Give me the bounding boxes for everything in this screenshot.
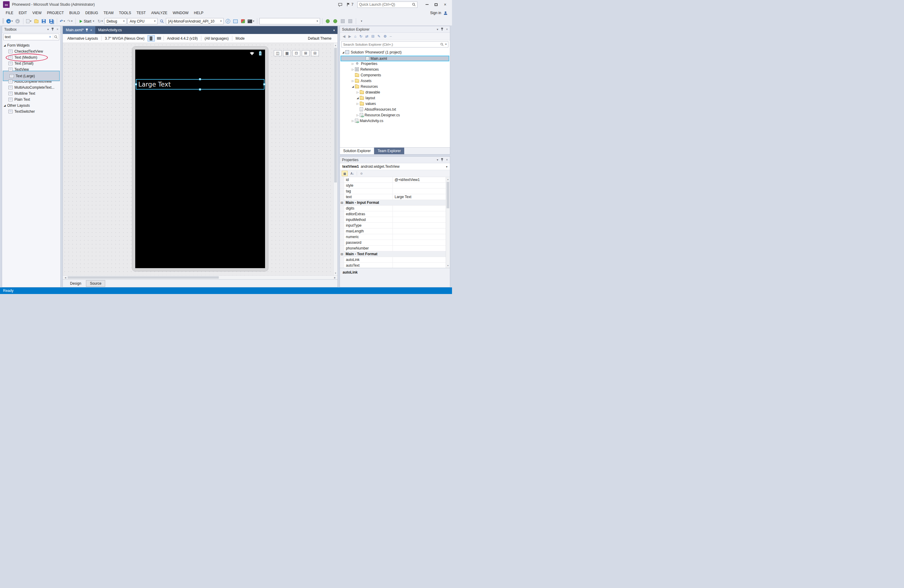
console-button[interactable]: ▾	[247, 18, 255, 25]
expanded-arrow-icon[interactable]: ◢	[351, 85, 355, 88]
toolbar-combobox[interactable]: ▾	[259, 18, 320, 24]
property-row-maxlength[interactable]: maxLength	[340, 228, 450, 234]
property-value[interactable]	[393, 257, 450, 262]
tree-item-solution[interactable]: ◢Solution 'Phoneword' (1 project)	[340, 49, 450, 55]
navigate-back-button[interactable]: ◂▾	[6, 18, 14, 25]
properties-header[interactable]: Properties ▾ ×	[340, 156, 450, 163]
portrait-button[interactable]	[147, 35, 155, 41]
pin-icon[interactable]	[85, 28, 88, 32]
close-icon[interactable]: ×	[90, 28, 92, 32]
tree-item-values[interactable]: ▷values	[340, 101, 450, 106]
tree-item-resource-designer[interactable]: ▷Resource.Designer.cs	[340, 112, 450, 118]
undo-button[interactable]: ↶▾	[59, 18, 66, 25]
quick-launch-input[interactable]	[359, 2, 411, 6]
property-row-numeric[interactable]: numeric	[340, 234, 450, 240]
toolbox-header[interactable]: Toolbox ▾ ×	[2, 26, 60, 33]
theme-select[interactable]: Default Theme	[305, 36, 336, 41]
property-pages-button[interactable]: ⚙	[359, 171, 365, 176]
feedback-icon[interactable]	[338, 2, 343, 7]
property-row-phonenumber[interactable]: phoneNumber	[340, 246, 450, 251]
tree-item-drawable[interactable]: ▷drawable	[340, 89, 450, 95]
navigate-forward-button[interactable]: ▸	[14, 18, 21, 25]
tree-item-aboutresources[interactable]: AboutResources.txt	[340, 106, 450, 112]
alphabetical-button[interactable]: A↓	[349, 171, 355, 176]
tree-item-main-axml[interactable]: Main.axml	[340, 55, 449, 61]
design-surface[interactable]: ◫ ▦ ⊡ ⊞ ⊟ Large Text ▲ ▼	[63, 43, 338, 275]
collapsed-arrow-icon[interactable]: ▷	[351, 62, 355, 65]
property-row-autotext[interactable]: autoText	[340, 263, 450, 268]
properties-button[interactable]: ⚙	[384, 34, 387, 38]
property-row-tag[interactable]: tag	[340, 188, 450, 194]
property-row-text[interactable]: textLarge Text	[340, 194, 450, 200]
tab-mainactivity-cs[interactable]: MainActivity.cs	[95, 26, 125, 34]
resize-handle-left[interactable]	[135, 83, 137, 85]
scrollbar-thumb[interactable]	[334, 48, 337, 182]
property-category-text-format[interactable]: ⊟Main - Text Format	[340, 251, 450, 257]
expanded-arrow-icon[interactable]: ◢	[3, 44, 6, 47]
categorized-button[interactable]: ▦	[342, 171, 348, 176]
sdk-manager-button[interactable]	[240, 18, 246, 25]
property-value[interactable]	[393, 246, 450, 251]
pin-icon[interactable]	[51, 28, 54, 31]
toolbox-item-checkedtextview[interactable]: CheckedTextView	[2, 48, 60, 54]
scroll-up-icon[interactable]: ▲	[333, 43, 338, 47]
collapsed-arrow-icon[interactable]: ▷	[356, 102, 360, 105]
property-row-editorextras[interactable]: editorExtras	[340, 211, 450, 217]
forward-button[interactable]: ▶	[348, 34, 351, 38]
toolbar-extra-button-1[interactable]	[340, 18, 346, 25]
close-icon[interactable]: ×	[57, 28, 58, 31]
scroll-left-icon[interactable]: ◀	[63, 276, 67, 280]
menu-team[interactable]: TEAM	[101, 9, 116, 17]
toolbox-item-text-small[interactable]: Text (Small)	[2, 60, 60, 66]
tab-solution-explorer[interactable]: Solution Explorer	[340, 148, 374, 154]
toolbox-search-input[interactable]	[5, 35, 47, 39]
attach-button[interactable]: ↻▾	[97, 18, 103, 25]
collapse-icon[interactable]: ⊟	[340, 201, 343, 204]
property-value[interactable]	[393, 234, 450, 240]
sign-in-link[interactable]: Sign in	[430, 11, 441, 15]
zoom-out-button[interactable]: ⊟	[311, 50, 319, 56]
textview-large-text[interactable]: Large Text	[138, 81, 171, 88]
find-button[interactable]	[158, 18, 165, 25]
resize-handle-bottom[interactable]	[199, 89, 201, 90]
zoom-in-button[interactable]: ⊞	[302, 50, 310, 56]
refresh-button[interactable]: ↻	[359, 34, 362, 38]
property-row-id[interactable]: id@+id/textView1	[340, 177, 450, 183]
menu-edit[interactable]: EDIT	[16, 9, 30, 17]
scroll-up-icon[interactable]: ▲	[446, 177, 450, 181]
sync-with-active-button[interactable]: ⇄	[365, 34, 368, 38]
expanded-arrow-icon[interactable]: ◢	[3, 104, 6, 107]
toolbox-item-text-medium[interactable]: Text (Medium)	[2, 54, 60, 60]
vertical-scrollbar[interactable]: ▲ ▼	[333, 43, 338, 275]
language-select[interactable]: (All languages)	[202, 36, 231, 41]
toolbox-item-multiautocompletetext[interactable]: MultiAutoCompleteText...	[2, 84, 60, 90]
chevron-down-icon[interactable]: ▾	[437, 158, 438, 161]
menu-tools[interactable]: TOOLS	[116, 9, 134, 17]
redo-button[interactable]: ↷▾	[67, 18, 73, 25]
expanded-arrow-icon[interactable]: ◢	[356, 96, 360, 100]
clear-search-icon[interactable]: ×	[48, 35, 52, 39]
menu-build[interactable]: BUILD	[66, 9, 82, 17]
toolbox-item-textswitcher[interactable]: TextSwitcher	[2, 109, 60, 115]
property-row-autolink[interactable]: autoLink	[340, 257, 450, 263]
menu-test[interactable]: TEST	[134, 9, 149, 17]
property-value[interactable]: Large Text	[393, 194, 450, 199]
menu-analyze[interactable]: ANALYZE	[149, 9, 170, 17]
run-tests-button[interactable]	[325, 18, 331, 25]
scrollbar-thumb[interactable]	[447, 182, 449, 208]
scroll-down-icon[interactable]: ▼	[333, 271, 338, 275]
target-framework-select[interactable]: [A]-MonoForAndroid_API_10▾	[166, 18, 224, 24]
tree-item-assets[interactable]: ▷Assets	[340, 78, 450, 84]
new-file-button[interactable]: ▾	[25, 18, 32, 25]
tab-source[interactable]: Source	[86, 280, 105, 287]
pin-icon[interactable]	[441, 28, 443, 31]
expanded-arrow-icon[interactable]: ◢	[341, 51, 345, 54]
tree-item-resources[interactable]: ◢Resources	[340, 84, 450, 89]
scroll-down-icon[interactable]: ▼	[446, 264, 450, 267]
property-row-password[interactable]: password	[340, 240, 450, 246]
back-button[interactable]: ◀	[343, 34, 345, 38]
scrollbar-thumb[interactable]	[68, 276, 219, 279]
chevron-down-icon[interactable]: ▾	[437, 28, 438, 31]
tab-design[interactable]: Design	[66, 280, 85, 286]
tab-list-chevron-icon[interactable]: ▾	[333, 28, 338, 32]
